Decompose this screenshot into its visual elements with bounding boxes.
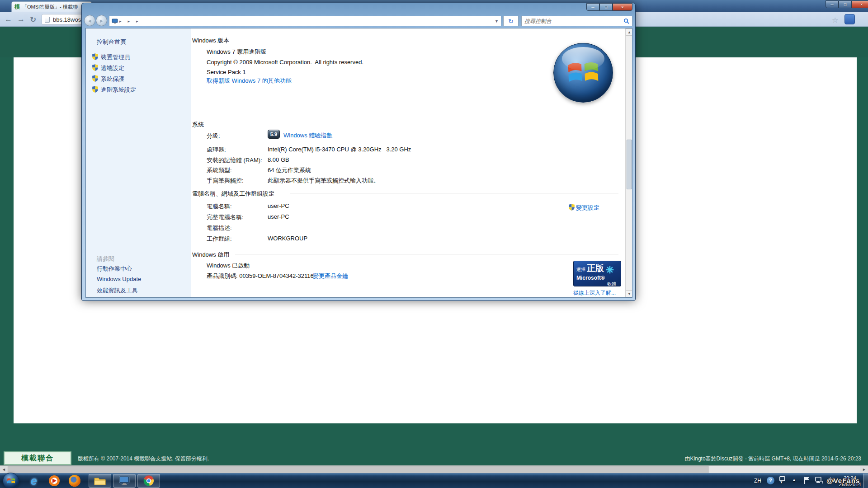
taskbar: e ZH ? ▾ ▲ 20:24 26/5/2014 @VeFans bbox=[0, 473, 868, 488]
show-desktop-button[interactable] bbox=[863, 474, 868, 488]
window-forward-button[interactable]: ► bbox=[96, 15, 107, 26]
forum-footer-logo[interactable]: 模載聯合 bbox=[4, 451, 71, 465]
bookmark-star-icon[interactable]: ☆ bbox=[832, 16, 838, 24]
change-product-key-link[interactable]: 變更產品金鑰 bbox=[313, 272, 348, 280]
ram-label: 安裝的記憶體 (RAM): bbox=[207, 156, 262, 164]
sidebar-item-action-center[interactable]: 行動作業中心 bbox=[97, 265, 132, 273]
scrollbar-thumb[interactable] bbox=[627, 140, 632, 189]
sidebar-item-advanced-settings[interactable]: 進階系統設定 bbox=[101, 86, 136, 94]
language-indicator[interactable]: ZH bbox=[754, 478, 761, 484]
browser-tab[interactable]: 模 「OMSI答疑版」- 模載聯 × bbox=[11, 1, 92, 12]
window-vertical-scrollbar[interactable]: ▲ ▼ bbox=[625, 28, 632, 297]
see-also-header: 請參閱 bbox=[97, 255, 114, 263]
tray-caret-icon[interactable]: ▾ bbox=[780, 480, 783, 484]
wei-score-badge[interactable]: 5.9 bbox=[268, 130, 280, 139]
page-icon bbox=[45, 17, 50, 23]
start-button[interactable] bbox=[3, 473, 19, 488]
scroll-left-icon[interactable]: ◄ bbox=[0, 466, 8, 474]
browser-horizontal-scrollbar[interactable]: ◄ ► bbox=[0, 465, 868, 473]
full-computer-name-label: 完整電腦名稱: bbox=[207, 213, 244, 221]
system-window-taskbar-button[interactable] bbox=[113, 474, 136, 488]
window-minimize-button[interactable]: ─ bbox=[586, 3, 599, 11]
address-dropdown-icon[interactable]: ▼ bbox=[495, 19, 499, 23]
sidebar-item-device-manager[interactable]: 裝置管理員 bbox=[101, 53, 130, 61]
folder-icon bbox=[94, 476, 106, 485]
browser-maximize-button[interactable]: □ bbox=[839, 0, 852, 8]
uac-shield-icon bbox=[92, 75, 98, 82]
browser-caption-buttons: ─ □ × bbox=[826, 0, 868, 8]
full-computer-name-value: user-PC bbox=[268, 213, 289, 220]
control-panel-search-box[interactable] bbox=[521, 16, 632, 26]
breadcrumb-arrow-icon: ▸ bbox=[119, 19, 122, 23]
tab-favicon: 模 bbox=[14, 3, 20, 11]
sidebar-item-remote-settings[interactable]: 遠端設定 bbox=[101, 64, 124, 72]
genuine-star-icon bbox=[605, 265, 614, 274]
uac-shield-icon bbox=[92, 64, 98, 71]
monitor-icon bbox=[119, 476, 130, 486]
desktop: 模 「OMSI答疑版」- 模載聯 × ─ □ × ← → ↻ bbs.18wos… bbox=[0, 0, 868, 488]
window-content: 控制台首頁 裝置管理員 遠端設定 系統保護 進階系統設定 請參閱 行動作業中心 … bbox=[85, 28, 632, 298]
address-breadcrumb-bar[interactable]: ▸ ▸ ▸ ▼ bbox=[109, 16, 501, 26]
sidebar-item-home[interactable]: 控制台首頁 bbox=[97, 38, 126, 46]
computer-name-value: user-PC bbox=[268, 202, 289, 209]
refresh-button[interactable]: ↻ bbox=[503, 16, 519, 26]
scroll-down-icon[interactable]: ▼ bbox=[626, 290, 632, 297]
explorer-taskbar-button[interactable] bbox=[89, 474, 111, 488]
internet-explorer-icon[interactable]: e bbox=[28, 475, 40, 487]
badge-choose-label: 選擇 bbox=[576, 267, 585, 274]
action-center-flag-icon[interactable] bbox=[804, 476, 811, 484]
service-pack: Service Pack 1 bbox=[207, 69, 246, 75]
tab-title: 「OMSI答疑版」- 模載聯 bbox=[22, 4, 84, 10]
windows-edition: Windows 7 家用進階版 bbox=[207, 48, 266, 56]
computer-name-label: 電腦名稱: bbox=[207, 202, 232, 211]
browser-extension-icon[interactable] bbox=[844, 14, 855, 24]
help-tray-icon[interactable]: ? bbox=[767, 477, 774, 484]
footer-copyright: 版權所有 © 2007-2014 模載聯合支援站. 保留部分權利. bbox=[78, 455, 209, 463]
get-more-features-link[interactable]: 取得新版 Windows 7 的其他功能 bbox=[207, 77, 292, 85]
scroll-up-icon[interactable]: ▲ bbox=[626, 28, 632, 36]
activation-section-title: Windows 啟用 bbox=[192, 251, 229, 259]
scrollbar-thumb[interactable] bbox=[8, 466, 708, 474]
window-maximize-button[interactable]: □ bbox=[599, 3, 613, 11]
hidden-icons-button[interactable]: ▲ bbox=[792, 478, 796, 482]
pen-touch-value: 此顯示器不提供手寫筆或觸控式輸入功能。 bbox=[268, 177, 379, 185]
chrome-taskbar-button[interactable] bbox=[137, 474, 160, 488]
uac-shield-icon bbox=[92, 86, 98, 93]
control-panel-search-input[interactable] bbox=[524, 18, 623, 24]
window-back-button[interactable]: ◄ bbox=[84, 15, 95, 26]
browser-back-icon[interactable]: ← bbox=[5, 15, 12, 24]
product-id: 產品識別碼: 00359-OEM-8704342-32116 bbox=[207, 272, 314, 280]
search-icon bbox=[623, 18, 629, 24]
window-caption-buttons: ─ □ × bbox=[586, 3, 632, 11]
scroll-right-icon[interactable]: ► bbox=[860, 466, 868, 474]
breadcrumb-arrow-icon: ▸ bbox=[128, 19, 130, 23]
control-panel-window[interactable]: ─ □ × ◄ ► ▸ ▸ ▸ ▼ ↻ 控制台首頁 裝置管理員 bbox=[81, 3, 636, 301]
badge-microsoft-label: Microsoft® bbox=[576, 275, 618, 281]
firefox-icon[interactable] bbox=[69, 475, 80, 487]
window-close-button[interactable]: × bbox=[613, 3, 632, 11]
learn-more-online-link[interactable]: 從線上深入了解... bbox=[573, 289, 616, 297]
wei-link[interactable]: Windows 體驗指數 bbox=[283, 131, 332, 140]
network-tray-icon[interactable] bbox=[815, 476, 823, 484]
change-settings-link[interactable]: 變更設定 bbox=[576, 204, 599, 212]
url-text[interactable]: bbs.18wos. bbox=[53, 16, 83, 23]
activation-status: Windows 已啟動 bbox=[207, 262, 250, 270]
sidebar-item-performance-tools[interactable]: 效能資訊及工具 bbox=[97, 286, 138, 295]
browser-close-button[interactable]: × bbox=[852, 0, 868, 8]
uac-shield-icon bbox=[92, 53, 98, 60]
computer-description-label: 電腦描述: bbox=[207, 224, 232, 232]
sidebar-item-windows-update[interactable]: Windows Update bbox=[97, 276, 141, 282]
windows-version-section-title: Windows 版本 bbox=[192, 37, 229, 45]
system-type-label: 系統類型: bbox=[207, 166, 232, 174]
browser-minimize-button[interactable]: ─ bbox=[826, 0, 839, 8]
media-player-icon[interactable] bbox=[49, 475, 60, 486]
genuine-software-badge[interactable]: 選擇 正版 Microsoft® 軟體 bbox=[573, 261, 621, 286]
system-section-title: 系統 bbox=[192, 121, 204, 129]
browser-forward-icon[interactable]: → bbox=[17, 15, 25, 24]
uac-shield-icon bbox=[569, 204, 575, 211]
badge-software-label: 軟體 bbox=[576, 281, 616, 287]
computer-icon bbox=[112, 19, 118, 24]
sidebar-item-system-protection[interactable]: 系統保護 bbox=[101, 75, 124, 83]
pen-touch-label: 手寫筆與觸控: bbox=[207, 177, 244, 185]
browser-reload-icon[interactable]: ↻ bbox=[30, 15, 36, 24]
